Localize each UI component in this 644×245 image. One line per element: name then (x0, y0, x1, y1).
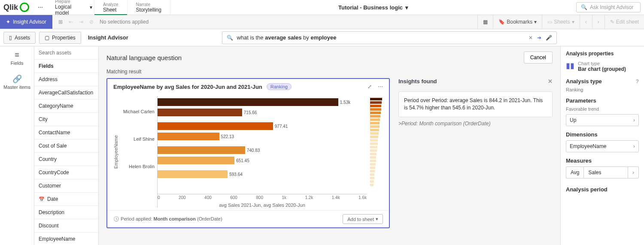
chevron-down-icon: ▾ (572, 19, 574, 25)
field-item[interactable]: CategoryName (34, 100, 98, 113)
add-to-sheet-button[interactable]: Add to sheet▾ (343, 214, 383, 224)
field-label: Cost of Sale (39, 143, 67, 149)
field-item[interactable]: EmployeeName (34, 233, 98, 245)
nav-prepare[interactable]: Prepare Logical model ▾ (46, 0, 94, 15)
field-item[interactable]: Customer (34, 179, 98, 193)
field-item[interactable]: AverageCallSatisfaction (34, 86, 98, 100)
sparkle-icon: ✦ (6, 19, 10, 25)
field-item[interactable]: City (34, 113, 98, 126)
field-item[interactable]: Date (34, 193, 98, 206)
close-icon[interactable]: ✕ (548, 78, 553, 85)
bar[interactable] (158, 98, 338, 106)
sheet-icon: ▭ (547, 19, 552, 25)
field-label: Discount (39, 223, 59, 229)
submit-icon[interactable]: ➔ (537, 35, 541, 41)
expand-icon[interactable]: ⤢ (368, 84, 372, 90)
favorable-trend-select[interactable]: Up› (566, 114, 639, 126)
field-item[interactable]: CountryCode (34, 166, 98, 179)
bar-value-label: 522.13 (221, 134, 234, 139)
properties-button[interactable]: ▢ Properties (39, 32, 81, 44)
field-label: Address (39, 76, 58, 82)
selections-tool-icon[interactable]: ▦ (477, 15, 493, 29)
bar-value-label: 593.64 (229, 172, 243, 177)
clear-icon[interactable]: ✕ (529, 35, 533, 41)
bar-value-label: 977.41 (275, 124, 288, 129)
chart-minimap[interactable] (370, 96, 383, 208)
bar[interactable] (158, 170, 228, 178)
y-tick-label: Leif Shine (118, 125, 157, 153)
bar[interactable] (158, 157, 234, 164)
ranking-pill: Ranking (267, 83, 292, 90)
x-tick-label: 0 (158, 195, 160, 200)
chevron-right-icon: › (628, 166, 639, 178)
rail-fields[interactable]: ≡ Fields (0, 46, 34, 70)
bar[interactable] (158, 146, 245, 154)
analysis-type-value: Ranking (566, 87, 639, 92)
x-tick-label: 1k (282, 195, 286, 200)
insight-advisor-button[interactable]: ✦ Insight Advisor (0, 15, 52, 29)
cancel-button[interactable]: Cancel (524, 51, 553, 64)
chevron-down-icon: ▾ (534, 19, 537, 25)
x-tick-label: 1.6k (358, 195, 367, 200)
period-value: Month comparison (154, 216, 196, 221)
link-icon: 🔗 (0, 74, 34, 84)
x-tick-label: 1.2k (305, 195, 313, 200)
chevron-right-icon: › (633, 117, 635, 123)
nl-search-input[interactable]: 🔍 what is the average sales by employee … (222, 31, 557, 44)
x-tick-label: 600 (230, 195, 237, 200)
search-assets-input[interactable] (39, 50, 94, 56)
bar[interactable] (158, 122, 273, 130)
x-axis-label: avg Sales 2021-Jun, avg Sales 2020-Jun (158, 203, 367, 208)
chevron-down-icon: ▾ (376, 216, 378, 222)
bar[interactable] (158, 109, 242, 116)
nlq-heading: Natural language question (106, 54, 182, 61)
dimension-select[interactable]: EmployeeName› (566, 140, 639, 152)
bar-row: 593.64 (158, 170, 367, 178)
field-label: Date (47, 196, 58, 202)
x-tick-label: 1.4k (332, 195, 340, 200)
analysis-type-heading: Analysis type (566, 78, 602, 85)
bar-row: 651.45 (158, 156, 367, 165)
bookmarks-button[interactable]: 🔖 Bookmarks ▾ (493, 15, 542, 29)
field-item[interactable]: Description (34, 206, 98, 219)
field-item[interactable]: Address (34, 73, 98, 86)
x-tick-label: 200 (179, 195, 186, 200)
field-label: Customer (39, 183, 61, 189)
field-item[interactable]: Country (34, 153, 98, 166)
help-icon[interactable]: ? (636, 79, 639, 85)
app-title[interactable]: Tutorial - Business logic ▾ (170, 4, 576, 11)
nav-narrate[interactable]: Narrate Storytelling (128, 0, 170, 15)
rail-master-items[interactable]: 🔗 Master items (0, 70, 34, 94)
edit-sheet-button: ✎ Edit sheet (605, 15, 644, 29)
bar-row: 715.66 (158, 108, 367, 117)
step-back-icon[interactable]: ⇤ (69, 19, 73, 25)
field-item[interactable]: Cost of Sale (34, 139, 98, 153)
chevron-right-icon: › (633, 143, 635, 149)
global-menu-icon[interactable]: ⋯ (34, 1, 46, 13)
measure-select[interactable]: Avg Sales › (566, 166, 639, 178)
smart-search-icon[interactable]: ⊞ (58, 19, 63, 25)
x-tick-label: 400 (204, 195, 212, 200)
ask-insight-input[interactable]: 🔍 Ask Insight Advisor (576, 2, 641, 12)
calendar-icon (39, 196, 45, 202)
field-label: ContactName (39, 130, 70, 136)
assets-button[interactable]: ▯ Assets (3, 32, 36, 44)
bar-value-label: 715.66 (244, 110, 257, 115)
analysis-properties-heading: Analysis properties (566, 51, 639, 57)
bar-value-label: 651.45 (236, 158, 249, 163)
period-paren: (OrderDate) (197, 216, 222, 221)
matching-result-label: Matching result (106, 69, 553, 75)
qlik-logo[interactable]: Qlik (3, 3, 29, 12)
chart-type-value: Bar chart (grouped) (578, 66, 626, 72)
bar[interactable] (158, 133, 219, 140)
field-item[interactable]: Discount (34, 219, 98, 233)
more-icon[interactable]: ⋯ (378, 84, 383, 90)
mic-icon[interactable]: 🎤 (546, 35, 552, 41)
clear-sel-icon[interactable]: ⊘ (89, 19, 94, 25)
nav-analyze[interactable]: Analyze Sheet (94, 0, 128, 15)
field-item[interactable]: ContactName (34, 126, 98, 139)
fav-trend-label: Favorable trend (566, 106, 639, 112)
bar-row: 522.13 (158, 132, 367, 141)
prev-sheet-icon: ‹ (580, 15, 592, 29)
step-fwd-icon[interactable]: ⇥ (79, 19, 83, 25)
